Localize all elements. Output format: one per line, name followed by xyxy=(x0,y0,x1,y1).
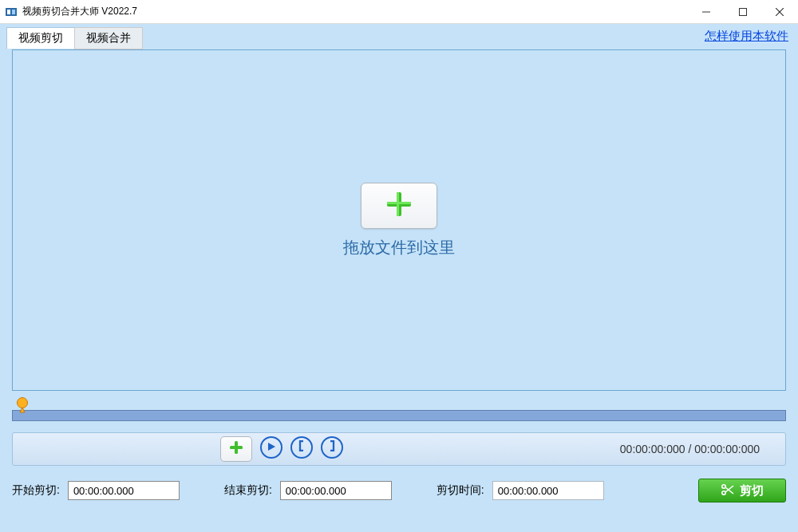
start-cut-input[interactable] xyxy=(68,481,180,500)
svg-rect-13 xyxy=(230,446,243,449)
cut-duration-field xyxy=(492,481,604,500)
slider-track[interactable] xyxy=(12,410,786,421)
tab-video-cut[interactable]: 视频剪切 xyxy=(6,27,75,49)
trim-slider[interactable] xyxy=(12,399,786,423)
mark-start-button[interactable] xyxy=(290,436,313,459)
close-button[interactable] xyxy=(761,0,798,24)
plus-icon xyxy=(385,191,413,221)
svg-point-14 xyxy=(722,484,725,487)
window-title: 视频剪切合并大师 V2022.7 xyxy=(22,5,688,18)
tab-video-merge[interactable]: 视频合并 xyxy=(74,27,143,49)
cut-duration-label: 剪切时间: xyxy=(437,483,484,498)
video-drop-area[interactable]: 拖放文件到这里 xyxy=(12,49,786,391)
svg-point-11 xyxy=(18,398,28,408)
svg-rect-10 xyxy=(387,202,411,204)
svg-rect-2 xyxy=(12,10,15,14)
play-button[interactable] xyxy=(260,436,282,459)
help-link[interactable]: 怎样使用本软件 xyxy=(705,27,788,44)
end-cut-label: 结束剪切: xyxy=(224,483,272,498)
top-bar: 视频剪切 视频合并 怎样使用本软件 xyxy=(0,24,798,49)
svg-rect-4 xyxy=(740,8,747,15)
maximize-button[interactable] xyxy=(725,0,761,24)
plus-icon xyxy=(228,439,244,459)
bracket-open-icon xyxy=(298,440,306,455)
add-file-button[interactable] xyxy=(361,183,437,229)
svg-rect-1 xyxy=(7,10,10,14)
titlebar: 视频剪切合并大师 V2022.7 xyxy=(0,0,798,24)
scissors-icon xyxy=(721,483,735,499)
play-icon xyxy=(267,440,276,455)
drop-hint-text: 拖放文件到这里 xyxy=(343,237,455,258)
cut-button[interactable]: 剪切 xyxy=(698,479,786,502)
app-icon xyxy=(5,6,18,18)
playback-control-bar: 00:00:00:000 / 00:00:00:000 xyxy=(12,432,786,466)
minimize-button[interactable] xyxy=(688,0,725,24)
bracket-close-icon xyxy=(328,440,336,455)
end-cut-input[interactable] xyxy=(280,481,392,500)
slider-handle-icon[interactable] xyxy=(15,397,30,416)
add-file-small-button[interactable] xyxy=(220,436,252,462)
cut-button-label: 剪切 xyxy=(740,483,764,499)
bottom-bar: 开始剪切: 结束剪切: 剪切时间: 剪切 xyxy=(12,479,786,502)
start-cut-label: 开始剪切: xyxy=(12,483,60,498)
time-readout: 00:00:00:000 / 00:00:00:000 xyxy=(620,443,760,455)
svg-point-15 xyxy=(722,491,725,494)
mark-end-button[interactable] xyxy=(321,436,343,459)
